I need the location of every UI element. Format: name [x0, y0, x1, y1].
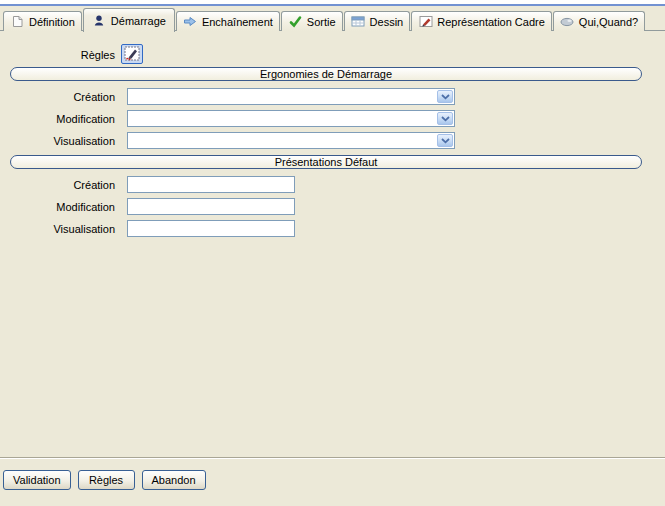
- tab-demarrage[interactable]: Démarrage: [83, 8, 175, 32]
- visualisation-label: Visualisation: [0, 223, 115, 235]
- abandon-button[interactable]: Abandon: [142, 470, 206, 490]
- tab-label: Définition: [29, 16, 75, 28]
- modification-label: Modification: [0, 201, 115, 213]
- footer-divider: [0, 457, 665, 459]
- group-bar-ergonomies: Ergonomies de Démarrage: [10, 67, 642, 81]
- footer-buttons: Validation Règles Abandon: [3, 470, 206, 490]
- creation-input[interactable]: [127, 176, 295, 193]
- check-icon: [288, 15, 303, 28]
- visualisation-input[interactable]: [127, 220, 295, 237]
- tab-label: Qui,Quand?: [579, 16, 638, 28]
- chevron-down-icon[interactable]: [437, 112, 453, 125]
- tab-bar: Définition Démarrage Enchaînement: [3, 7, 646, 31]
- tab-label: Représentation Cadre: [437, 16, 545, 28]
- tab-dessin[interactable]: Dessin: [344, 11, 411, 31]
- person-icon: [92, 14, 107, 27]
- creation-label: Création: [0, 179, 115, 191]
- validation-button[interactable]: Validation: [3, 470, 71, 490]
- tab-enchainement[interactable]: Enchaînement: [176, 11, 280, 31]
- tab-representation-cadre[interactable]: Représentation Cadre: [411, 11, 552, 31]
- document-icon: [10, 15, 25, 28]
- rules-label: Règles: [0, 49, 115, 61]
- table-icon: [351, 15, 366, 28]
- combobox-value: [131, 112, 434, 125]
- tab-definition[interactable]: Définition: [3, 11, 82, 31]
- top-accent-line: [0, 4, 665, 6]
- rules-tool-button[interactable]: [121, 44, 143, 64]
- modification-label: Modification: [0, 113, 115, 125]
- combobox-value: [131, 134, 434, 147]
- chevron-down-icon[interactable]: [437, 134, 453, 147]
- modification-combobox[interactable]: [127, 110, 455, 127]
- group-bar-presentations: Présentations Défaut: [10, 155, 642, 169]
- dialog-window: Définition Démarrage Enchaînement: [0, 0, 665, 506]
- tab-qui-quand[interactable]: Qui,Quand?: [553, 11, 645, 31]
- creation-combobox[interactable]: [127, 88, 455, 105]
- combobox-value: [131, 90, 434, 103]
- signature-pen-icon: [124, 46, 140, 63]
- tab-label: Dessin: [370, 16, 404, 28]
- arrow-right-icon: [183, 15, 198, 28]
- rules-button[interactable]: Règles: [78, 470, 135, 490]
- pen-icon: [418, 15, 433, 28]
- tab-label: Démarrage: [111, 15, 166, 27]
- tab-label: Enchaînement: [202, 16, 273, 28]
- visualisation-combobox[interactable]: [127, 132, 455, 149]
- clock-icon: [560, 15, 575, 28]
- modification-input[interactable]: [127, 198, 295, 215]
- tab-sortie[interactable]: Sortie: [281, 11, 343, 31]
- chevron-down-icon[interactable]: [437, 90, 453, 103]
- creation-label: Création: [0, 91, 115, 103]
- visualisation-label: Visualisation: [0, 135, 115, 147]
- tab-label: Sortie: [307, 16, 336, 28]
